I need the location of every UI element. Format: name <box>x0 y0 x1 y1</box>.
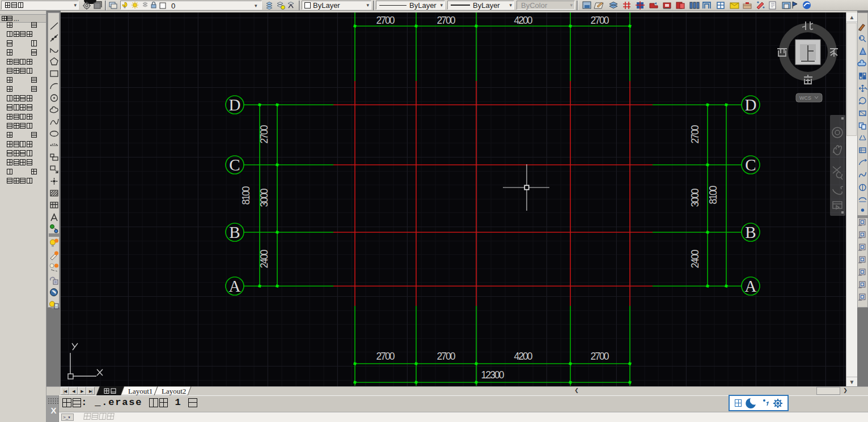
svg-text:B: B <box>745 223 756 241</box>
svg-text:Layout2: Layout2 <box>162 387 186 395</box>
svg-text:A: A <box>229 277 241 295</box>
svg-text:WCS: WCS <box>799 95 811 101</box>
svg-text:2700: 2700 <box>376 351 395 362</box>
svg-text:8100: 8100 <box>708 185 719 204</box>
svg-text:2700: 2700 <box>591 15 609 26</box>
svg-text:8100: 8100 <box>240 186 252 204</box>
svg-text:D: D <box>229 96 241 114</box>
svg-text:4200: 4200 <box>514 15 533 26</box>
svg-text:2700: 2700 <box>259 125 270 143</box>
svg-text:2700: 2700 <box>689 125 701 143</box>
svg-text:2700: 2700 <box>591 351 609 362</box>
svg-text:2700: 2700 <box>376 15 395 26</box>
svg-text:A: A <box>745 277 757 295</box>
svg-text:2400: 2400 <box>259 249 270 268</box>
svg-text:12300: 12300 <box>481 369 505 381</box>
svg-text:Layout1: Layout1 <box>128 387 153 395</box>
svg-text:C: C <box>229 156 240 174</box>
svg-text:2400: 2400 <box>689 249 701 268</box>
svg-text:2700: 2700 <box>437 351 456 362</box>
svg-text:B: B <box>229 223 240 241</box>
svg-text:3000: 3000 <box>689 188 701 207</box>
svg-text:3000: 3000 <box>259 188 270 207</box>
svg-text:D: D <box>745 96 757 114</box>
svg-text:C: C <box>745 156 756 174</box>
svg-text:4200: 4200 <box>514 351 533 362</box>
svg-text:2700: 2700 <box>437 15 456 26</box>
